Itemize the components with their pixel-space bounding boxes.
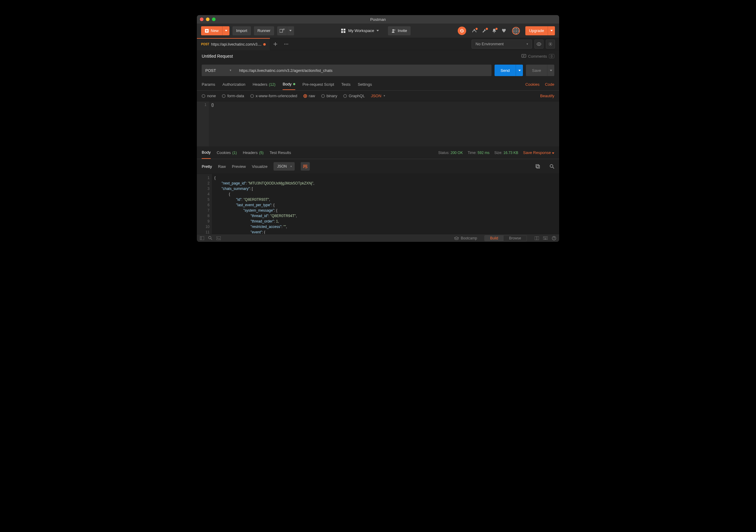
- browse-toggle[interactable]: Browse: [503, 235, 526, 241]
- response-view-toolbar: Pretty Raw Preview Visualize JSON: [197, 159, 559, 173]
- notification-dot-icon: [486, 28, 488, 30]
- body-raw-radio[interactable]: raw: [304, 93, 315, 98]
- workspace-label: My Workspace: [348, 28, 374, 33]
- new-dropdown[interactable]: [222, 26, 230, 35]
- resp-tab-headers[interactable]: Headers (5): [243, 147, 263, 158]
- response-tabs: Body Cookies (1) Headers (5) Test Result…: [197, 146, 559, 159]
- http-method-selector[interactable]: POST: [202, 65, 235, 76]
- sidebar-toggle-icon[interactable]: [200, 236, 204, 240]
- build-browse-toggle: Build Browse: [484, 235, 527, 241]
- env-quick-look-button[interactable]: [534, 40, 543, 49]
- svg-rect-23: [543, 236, 548, 240]
- view-visualize[interactable]: Visualize: [252, 164, 267, 169]
- status-value: 200 OK: [450, 151, 463, 155]
- tab-prerequest[interactable]: Pre-request Script: [303, 79, 334, 90]
- request-body-editor[interactable]: 1 {}: [197, 101, 559, 146]
- resp-tab-test-results[interactable]: Test Results: [270, 147, 291, 158]
- svg-point-10: [287, 43, 288, 44]
- app-window: Postman New Import Runner My Workspace I: [197, 15, 559, 242]
- request-name[interactable]: Untitled Request: [202, 54, 233, 59]
- svg-rect-1: [280, 29, 283, 32]
- code-link[interactable]: Code: [545, 82, 554, 87]
- resp-tab-body[interactable]: Body: [202, 146, 211, 159]
- send-button[interactable]: Send: [495, 65, 516, 76]
- tab-options-button[interactable]: [281, 39, 292, 49]
- save-response-link[interactable]: Save Response: [523, 150, 554, 155]
- save-dropdown[interactable]: [547, 65, 554, 76]
- save-button[interactable]: Save: [526, 65, 547, 76]
- new-tab-button[interactable]: [270, 39, 281, 49]
- two-pane-icon[interactable]: [535, 236, 539, 240]
- capture-icon[interactable]: [472, 28, 476, 33]
- comments-label: Comments: [528, 54, 547, 59]
- request-tab[interactable]: POST https://api.livechatinc.com/v3....: [197, 38, 270, 50]
- upgrade-button[interactable]: Upgrade: [525, 26, 548, 35]
- active-dot-icon: [293, 83, 295, 85]
- search-response-icon[interactable]: [550, 164, 554, 169]
- settings-wrench-icon[interactable]: [482, 28, 487, 33]
- body-formdata-radio[interactable]: form-data: [222, 93, 244, 98]
- view-raw[interactable]: Raw: [218, 164, 226, 169]
- tab-url: https://api.livechatinc.com/v3....: [211, 42, 261, 46]
- heart-icon[interactable]: [502, 29, 507, 33]
- unsaved-dot-icon: [263, 43, 266, 45]
- resp-tab-cookies[interactable]: Cookies (1): [217, 147, 237, 158]
- view-preview[interactable]: Preview: [232, 164, 246, 169]
- svg-rect-13: [522, 54, 526, 57]
- body-type-options: none form-data x-www-form-urlencoded raw…: [197, 91, 559, 101]
- body-content-type-selector[interactable]: JSON: [371, 93, 386, 98]
- new-button[interactable]: New: [201, 26, 222, 35]
- send-dropdown[interactable]: [516, 65, 523, 76]
- upgrade-dropdown[interactable]: [548, 26, 555, 35]
- runner-button[interactable]: Runner: [254, 26, 274, 35]
- keyboard-shortcuts-icon[interactable]: [543, 236, 548, 240]
- environment-selector[interactable]: No Environment: [472, 40, 532, 49]
- invite-button[interactable]: Invite: [388, 26, 411, 35]
- sync-button[interactable]: [458, 27, 466, 35]
- tab-body[interactable]: Body: [283, 79, 295, 90]
- send-button-group: Send: [495, 65, 523, 76]
- open-new-button[interactable]: [277, 26, 287, 35]
- size-value: 16.73 KB: [503, 151, 518, 155]
- svg-point-9: [285, 43, 286, 44]
- beautify-link[interactable]: Beautify: [540, 93, 554, 98]
- cookies-link[interactable]: Cookies: [525, 82, 540, 87]
- workspace-selector[interactable]: My Workspace: [341, 28, 379, 33]
- body-binary-radio[interactable]: binary: [321, 93, 337, 98]
- notifications-bell-icon[interactable]: [492, 28, 496, 33]
- comments-button[interactable]: Comments 0: [522, 54, 554, 59]
- tab-tests[interactable]: Tests: [341, 79, 351, 90]
- open-new-dropdown[interactable]: [287, 26, 294, 35]
- request-section-tabs: Params Authorization Headers (12) Body P…: [197, 78, 559, 91]
- wrap-lines-button[interactable]: [301, 162, 310, 171]
- response-format-selector[interactable]: JSON: [274, 162, 295, 171]
- bootcamp-link[interactable]: Bootcamp: [454, 236, 477, 240]
- tab-params[interactable]: Params: [202, 79, 215, 90]
- env-settings-button[interactable]: [546, 40, 555, 49]
- svg-rect-24: [544, 237, 544, 238]
- response-body-viewer[interactable]: 1234567891011 {"next_page_id": "MTU3NTQ0…: [197, 173, 559, 234]
- minimize-window-icon[interactable]: [206, 17, 209, 21]
- console-icon[interactable]: [216, 236, 221, 240]
- maximize-window-icon[interactable]: [212, 17, 216, 21]
- find-icon[interactable]: [208, 236, 212, 240]
- close-window-icon[interactable]: [200, 17, 203, 21]
- user-avatar[interactable]: [512, 27, 520, 35]
- build-toggle[interactable]: Build: [485, 235, 503, 241]
- tab-headers[interactable]: Headers (12): [253, 79, 275, 90]
- tab-authorization[interactable]: Authorization: [223, 79, 245, 90]
- body-none-radio[interactable]: none: [202, 93, 216, 98]
- copy-response-icon[interactable]: [536, 164, 540, 169]
- main-toolbar: New Import Runner My Workspace Invite: [197, 24, 559, 38]
- notification-dot-icon: [475, 28, 478, 30]
- body-xwww-radio[interactable]: x-www-form-urlencoded: [250, 93, 297, 98]
- import-button[interactable]: Import: [232, 26, 251, 35]
- notification-dot-icon: [496, 28, 498, 30]
- body-graphql-radio[interactable]: GraphQL: [343, 93, 365, 98]
- window-controls: [200, 17, 216, 21]
- url-input[interactable]: [235, 65, 492, 76]
- tab-settings[interactable]: Settings: [358, 79, 372, 90]
- code-area[interactable]: {}: [209, 101, 559, 146]
- view-pretty[interactable]: Pretty: [202, 164, 212, 169]
- help-icon[interactable]: [552, 236, 556, 240]
